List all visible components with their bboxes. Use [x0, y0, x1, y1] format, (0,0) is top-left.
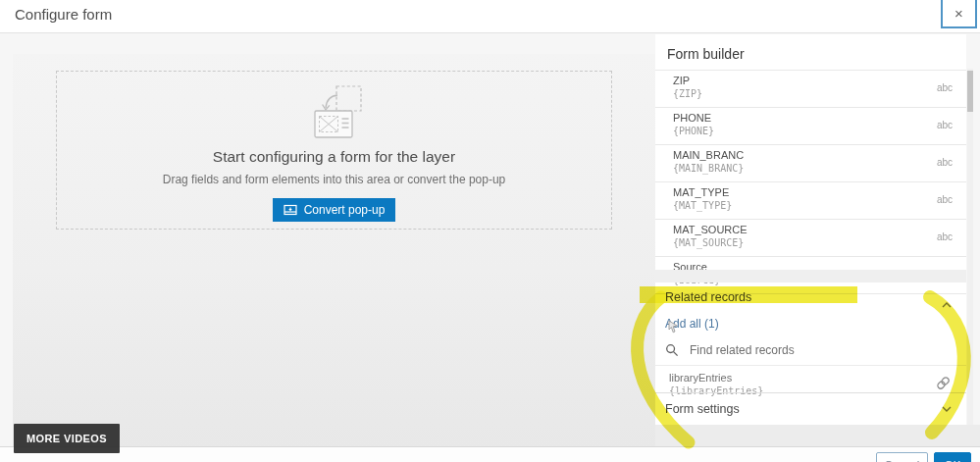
panel-section-gap — [655, 270, 966, 282]
form-settings-section-header[interactable]: Form settings — [655, 392, 966, 425]
field-code: {ZIP} — [673, 88, 956, 99]
field-code: {MAIN_BRANC} — [673, 163, 956, 174]
related-record-name: libraryEntries — [669, 372, 956, 384]
field-row[interactable]: PHONE {PHONE} abc — [655, 108, 966, 145]
add-all-link[interactable]: Add all (1) — [665, 317, 719, 331]
field-row[interactable]: MAT_SOURCE {MAT_SOURCE} abc — [655, 220, 966, 257]
field-row[interactable]: MAT_TYPE {MAT_TYPE} abc — [655, 182, 966, 220]
text-field-type-icon: abc — [937, 194, 953, 205]
text-field-type-icon: abc — [937, 82, 953, 93]
find-related-records-input[interactable] — [688, 342, 954, 358]
more-videos-button[interactable]: MORE VIDEOS — [14, 424, 120, 453]
related-records-title: Related records — [665, 290, 751, 304]
form-dropzone[interactable]: Start configuring a form for the layer D… — [56, 71, 612, 230]
text-field-type-icon: abc — [937, 120, 953, 130]
panel-title: Form builder — [667, 46, 745, 62]
drag-form-illustration-icon — [57, 83, 611, 144]
related-records-section-header[interactable]: Related records — [655, 282, 966, 312]
configure-form-dialog: Configure form × Start configuring a f — [0, 0, 980, 462]
field-name: ZIP — [673, 75, 956, 86]
fields-list: ZIP {ZIP} abc PHONE {PHONE} abc MAIN_BRA… — [655, 70, 966, 294]
field-code: {MAT_TYPE} — [673, 200, 956, 211]
field-name: PHONE — [673, 112, 956, 124]
form-canvas: Start configuring a form for the layer D… — [13, 54, 655, 447]
related-records-search[interactable] — [665, 338, 954, 362]
field-name: MAT_TYPE — [673, 186, 956, 198]
cancel-button[interactable]: Cancel — [876, 452, 928, 462]
close-button[interactable]: × — [941, 0, 977, 28]
ok-button[interactable]: OK — [934, 452, 971, 462]
search-icon — [665, 343, 679, 357]
panel-lower-background — [655, 425, 980, 447]
field-name: MAT_SOURCE — [673, 224, 956, 235]
close-icon: × — [954, 5, 963, 22]
scrollbar-thumb[interactable] — [967, 71, 973, 112]
dialog-titlebar: Configure form — [0, 0, 980, 33]
text-field-type-icon: abc — [937, 157, 953, 168]
field-code: {MAT_SOURCE} — [673, 237, 956, 248]
chevron-up-icon — [942, 294, 952, 312]
convert-popup-label: Convert pop-up — [304, 203, 386, 217]
form-settings-title: Form settings — [665, 402, 740, 416]
convert-popup-button[interactable]: Convert pop-up — [273, 198, 396, 222]
form-builder-panel: Form builder ZIP {ZIP} abc PHONE {PHONE}… — [655, 34, 966, 425]
field-row[interactable]: ZIP {ZIP} abc — [655, 71, 966, 108]
dialog-title: Configure form — [15, 6, 112, 23]
panel-scrollbar[interactable] — [967, 69, 973, 425]
dropzone-heading: Start configuring a form for the layer — [57, 148, 611, 166]
dropzone-subtext: Drag fields and form elements into this … — [57, 173, 611, 186]
dialog-footer — [0, 446, 980, 462]
convert-popup-icon — [284, 204, 297, 216]
field-name: MAIN_BRANC — [673, 149, 956, 161]
field-row[interactable]: MAIN_BRANC {MAIN_BRANC} abc — [655, 145, 966, 182]
chevron-down-icon — [942, 406, 952, 412]
field-code: {PHONE} — [673, 126, 956, 136]
text-field-type-icon: abc — [937, 231, 953, 242]
